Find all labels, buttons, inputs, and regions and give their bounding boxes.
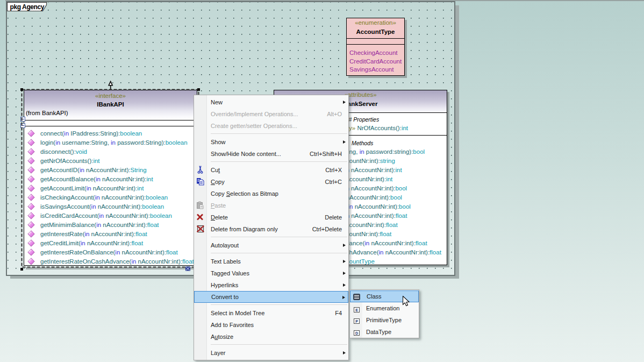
svg-text:E: E [355, 308, 358, 311]
svg-text:P: P [355, 320, 358, 323]
svg-text:D: D [355, 331, 358, 335]
